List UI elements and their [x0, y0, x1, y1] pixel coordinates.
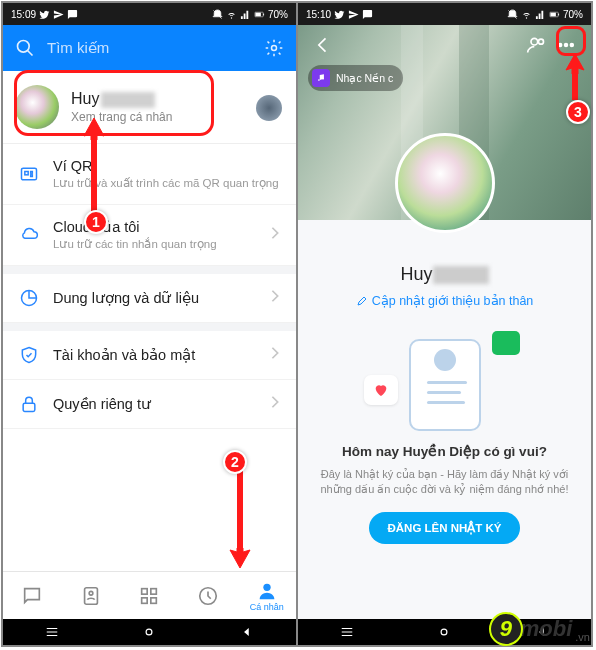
svg-rect-16 — [142, 597, 148, 603]
svg-point-28 — [570, 44, 573, 47]
watermark: 9 mobi .vn — [489, 612, 590, 646]
marker-2: 2 — [223, 450, 247, 474]
twitter-icon — [334, 9, 345, 20]
nav-home[interactable] — [142, 625, 156, 639]
profile-row[interactable]: Huy Xem trang cá nhân — [3, 71, 296, 144]
svg-line-4 — [28, 51, 33, 56]
svg-point-30 — [322, 78, 324, 80]
battery-icon — [549, 9, 560, 20]
wifi-icon — [521, 9, 532, 20]
diary-illustration — [360, 331, 530, 431]
send-icon — [348, 9, 359, 20]
svg-rect-2 — [263, 13, 264, 15]
avatar-big[interactable] — [395, 133, 495, 233]
signal-icon — [535, 9, 546, 20]
svg-point-27 — [565, 44, 568, 47]
svg-point-3 — [18, 41, 30, 53]
item-datausage[interactable]: Dung lượng và dữ liệu — [3, 274, 296, 323]
svg-point-20 — [147, 629, 153, 635]
qr-icon — [19, 164, 39, 184]
status-time: 15:10 — [306, 9, 331, 20]
svg-rect-11 — [23, 403, 35, 411]
status-time: 15:09 — [11, 9, 36, 20]
more-button[interactable] — [551, 35, 581, 55]
send-icon — [53, 9, 64, 20]
tab-personal[interactable]: Cá nhân — [237, 572, 296, 619]
shield-icon — [19, 345, 39, 365]
heart-icon — [364, 375, 398, 405]
chevron-right-icon — [270, 346, 280, 364]
svg-rect-9 — [31, 175, 33, 177]
gear-icon[interactable] — [264, 38, 284, 58]
avatar-small[interactable] — [256, 95, 282, 121]
message-icon — [492, 331, 520, 355]
svg-rect-22 — [550, 12, 556, 16]
svg-rect-12 — [84, 587, 97, 604]
item-security[interactable]: Tài khoản và bảo mật — [3, 331, 296, 380]
nav-back[interactable] — [240, 625, 254, 639]
pencil-icon — [356, 295, 368, 307]
diary-post-button[interactable]: ĐĂNG LÊN NHẬT KÝ — [369, 512, 519, 544]
back-button[interactable] — [308, 35, 338, 55]
status-bar: 15:09 70% — [3, 3, 296, 25]
svg-point-29 — [318, 79, 320, 81]
nav-menu[interactable] — [45, 625, 59, 639]
search-bar[interactable]: Tìm kiếm — [3, 25, 296, 71]
update-intro-link[interactable]: Cập nhật giới thiệu bản thân — [356, 293, 534, 308]
avatar — [15, 85, 59, 129]
tab-chat[interactable] — [3, 572, 62, 619]
wifi-icon — [226, 9, 237, 20]
marker-3: 3 — [566, 100, 590, 124]
battery-pct: 70% — [563, 9, 583, 20]
twitter-icon — [39, 9, 50, 20]
nav-menu[interactable] — [340, 625, 354, 639]
svg-rect-6 — [22, 168, 37, 180]
item-viqr[interactable]: Ví QRLưu trữ và xuất trình các mã QR qua… — [3, 144, 296, 205]
svg-rect-14 — [142, 588, 148, 594]
chevron-right-icon — [270, 226, 280, 244]
tab-contacts[interactable] — [62, 572, 121, 619]
svg-rect-8 — [31, 172, 33, 174]
profile-name: Huy — [71, 90, 172, 108]
mute-icon — [212, 9, 223, 20]
svg-point-5 — [272, 46, 277, 51]
status-bar: 15:10 70% — [298, 3, 591, 25]
svg-rect-7 — [25, 172, 28, 175]
svg-rect-15 — [151, 588, 157, 594]
search-placeholder: Tìm kiếm — [47, 39, 264, 57]
svg-rect-23 — [558, 13, 559, 15]
item-privacy[interactable]: Quyền riêng tư — [3, 380, 296, 429]
tab-diary[interactable] — [179, 572, 238, 619]
tab-apps[interactable] — [120, 572, 179, 619]
phone-right: 15:10 70% Nhạc Nền c — [296, 3, 591, 645]
svg-point-26 — [559, 44, 562, 47]
marker-1: 1 — [84, 210, 108, 234]
music-icon — [312, 69, 330, 87]
friend-icon[interactable] — [521, 35, 551, 55]
profile-sub: Xem trang cá nhân — [71, 110, 172, 124]
signal-icon — [240, 9, 251, 20]
chat-status-icon — [362, 9, 373, 20]
nav-home[interactable] — [437, 625, 451, 639]
chat-status-icon — [67, 9, 78, 20]
svg-point-24 — [531, 38, 538, 45]
item-cloud[interactable]: Cloud của tôiLưu trữ các tin nhắn quan t… — [3, 205, 296, 266]
diary-subtitle: Đây là Nhật ký của bạn - Hãy làm đầy Nhậ… — [320, 467, 569, 499]
profile-body: Huy Cập nhật giới thiệu bản thân Hôm nay… — [298, 220, 591, 619]
diary-title: Hôm nay Huyền Diệp có gì vui? — [298, 443, 591, 459]
android-navbar — [3, 619, 296, 645]
cloud-icon — [19, 225, 39, 245]
svg-point-25 — [539, 39, 544, 44]
watermark-9: 9 — [489, 612, 523, 646]
svg-point-13 — [89, 591, 93, 595]
search-icon — [15, 38, 35, 58]
phone-left: 15:09 70% Tìm kiếm Huy Xem trang cá — [3, 3, 296, 645]
battery-pct: 70% — [268, 9, 288, 20]
bottom-tabs: Cá nhân — [3, 571, 296, 619]
mute-icon — [507, 9, 518, 20]
lock-icon — [19, 394, 39, 414]
chevron-right-icon — [270, 395, 280, 413]
music-pill[interactable]: Nhạc Nền c — [308, 65, 403, 91]
pie-icon — [19, 288, 39, 308]
chevron-right-icon — [270, 289, 280, 307]
